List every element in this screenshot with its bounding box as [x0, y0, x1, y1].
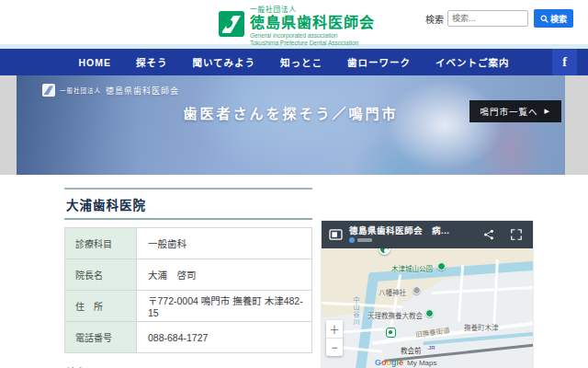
next-section: 診察日 [64, 362, 312, 368]
map-label-shrine: 八幡神社 [379, 287, 406, 297]
main-nav: HOME 探そう 聞いてみよう 知っとこ 歯ローワーク イベントご案内 f [0, 49, 588, 75]
site-header: 一般社団法人 徳島県歯科医師会 General incorporated ass… [0, 0, 588, 44]
nav-item-home[interactable]: HOME [78, 57, 111, 68]
hero-org-name: 徳島県歯科医師会 [106, 85, 179, 97]
row-value: 大浦 啓司 [137, 259, 311, 290]
google-logo[interactable]: Google [375, 358, 403, 367]
zoom-out-button[interactable]: − [326, 339, 343, 356]
table-row: 電話番号 088-684-1727 [65, 322, 311, 353]
hero-band: 一般社団法人 徳島県歯科医師会 歯医者さんを探そう／鳴門市 鳴門市一覧へ ▶ [0, 75, 588, 175]
map-label-church: 天理教撫養大教会 [368, 310, 423, 320]
search-input[interactable] [447, 10, 528, 27]
map-road [432, 286, 533, 294]
map-label-district: 撫養町木津 [464, 322, 499, 332]
clinic-info-table: 診療科目 一般歯科 院長名 大浦 啓司 住 所 〒772-0004 鳴門市 撫養… [64, 227, 312, 353]
map-header: 徳島県歯科医師会 病... [322, 221, 533, 248]
search-area: 検索 検索 [425, 9, 573, 28]
map-head-text: 徳島県歯科医師会 病... [349, 226, 449, 243]
row-label: 電話番号 [65, 322, 137, 352]
view-larger-map-icon[interactable] [329, 229, 343, 240]
fullscreen-icon[interactable] [511, 229, 522, 240]
table-row: 院長名 大浦 啓司 [65, 259, 311, 291]
org-prefix: 一般社団法人 [250, 6, 375, 14]
clinic-detail-column: 大浦歯科医院 診療科目 一般歯科 院長名 大浦 啓司 住 所 〒772-0004… [64, 188, 312, 368]
association-logo-icon [219, 11, 244, 37]
map-canvas[interactable]: 木津城山公園 八幡神社 天理教撫養大教会 旧撫養街道 撫養町木津 教会前 JR … [322, 248, 533, 368]
jr-station-icon: JR [428, 345, 435, 351]
title-rule-bottom [64, 218, 312, 220]
brand[interactable]: 一般社団法人 徳島県歯科医師会 General incorporated ass… [219, 6, 375, 47]
org-english-line2: Tokushima Prefecture Dental Association [250, 40, 375, 47]
dental-clinic-icon[interactable] [386, 328, 396, 338]
map-title[interactable]: 徳島県歯科医師会 病... [349, 226, 449, 236]
row-label: 住 所 [65, 291, 137, 321]
map-label-park: 木津城山公園 [391, 263, 433, 273]
main-content: 大浦歯科医院 診療科目 一般歯科 院長名 大浦 啓司 住 所 〒772-0004… [0, 175, 588, 368]
chevron-right-icon: ▶ [545, 108, 550, 115]
map-subtitle [349, 237, 449, 243]
hero-logo-icon [42, 84, 55, 97]
nav-item-kiitemiyou[interactable]: 聞いてみよう [192, 55, 255, 69]
search-label: 検索 [425, 12, 444, 26]
section-heading: 診察日 [64, 362, 312, 368]
hero-org-prefix: 一般社団法人 [60, 86, 101, 95]
map-badge-icon [349, 237, 355, 243]
page-title: 大浦歯科医院 [64, 190, 312, 218]
church-icon[interactable] [425, 309, 434, 317]
facebook-icon[interactable]: f [552, 49, 577, 75]
map-attribution: Google My Maps [375, 358, 436, 367]
map-label-station: 教会前 [401, 345, 422, 355]
map-badge-text [357, 238, 372, 242]
map-zoom-control: ＋ − [326, 320, 343, 356]
city-list-button-label: 鳴門市一覧へ [481, 105, 538, 118]
row-value: 088-684-1727 [137, 322, 311, 352]
org-english-line1: General incorporated association [250, 32, 375, 40]
zoom-in-button[interactable]: ＋ [326, 320, 343, 338]
nav-item-events[interactable]: イベントご案内 [435, 55, 510, 69]
nav-item-shittoko[interactable]: 知っとこ [280, 55, 322, 69]
mymaps-label[interactable]: My Maps [407, 359, 436, 367]
hero-org-badge: 一般社団法人 徳島県歯科医師会 [42, 84, 179, 97]
google-map-embed[interactable]: 徳島県歯科医師会 病... [322, 221, 533, 368]
page: 一般社団法人 徳島県歯科医師会 General incorporated ass… [0, 0, 588, 368]
brand-text: 一般社団法人 徳島県歯科医師会 General incorporated ass… [250, 6, 375, 47]
row-label: 診療科目 [65, 228, 137, 259]
share-icon[interactable] [483, 229, 494, 240]
table-row: 住 所 〒772-0004 鳴門市 撫養町 木津482-15 [65, 291, 311, 322]
map-actions [483, 229, 526, 240]
city-list-button[interactable]: 鳴門市一覧へ ▶ [469, 100, 561, 122]
search-button-label: 検索 [550, 13, 567, 25]
row-label: 院長名 [65, 259, 137, 290]
park-icon[interactable] [437, 262, 446, 270]
nav-item-hellowork[interactable]: 歯ローワーク [347, 55, 411, 69]
hero-banner: 一般社団法人 徳島県歯科医師会 歯医者さんを探そう／鳴門市 鳴門市一覧へ ▶ [17, 75, 565, 175]
org-name: 徳島県歯科医師会 [250, 16, 375, 30]
map-label-river: 中山谷川 [351, 296, 360, 326]
shrine-icon[interactable] [413, 286, 421, 294]
row-value: 〒772-0004 鳴門市 撫養町 木津482-15 [137, 291, 311, 321]
table-row: 診療科目 一般歯科 [65, 228, 311, 259]
search-button[interactable]: 検索 [534, 9, 573, 28]
nav-item-sagasou[interactable]: 探そう [136, 55, 168, 69]
search-icon [540, 15, 548, 23]
row-value: 一般歯科 [137, 228, 311, 259]
